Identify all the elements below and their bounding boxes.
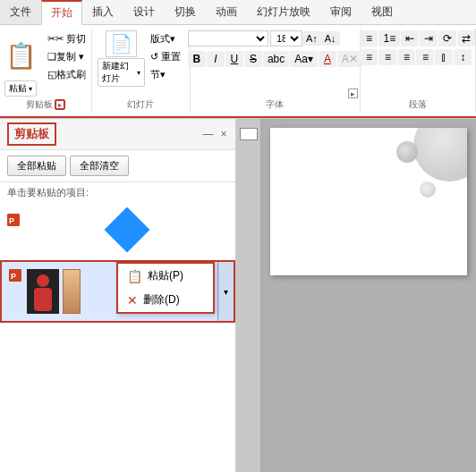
align-center-button[interactable]: ≡ — [378, 49, 396, 65]
paragraph-group-label: 段落 — [361, 97, 475, 111]
paste-context-icon: 📋 — [127, 269, 142, 283]
person-image — [27, 269, 59, 314]
font-color-aa-button[interactable]: Aa▾ — [290, 51, 318, 67]
font-dialog-launcher[interactable]: ▸ — [348, 88, 358, 98]
context-menu: 📋 粘贴(P) ✕ 删除(D) — [116, 262, 215, 314]
paste-dropdown-btn[interactable]: 粘贴 ▾ — [4, 80, 37, 97]
font-family-select[interactable] — [188, 30, 268, 46]
format-painter-button[interactable]: ◱ 格式刷 — [44, 66, 89, 82]
clipboard-group-label: 剪贴板 ▸ — [0, 97, 91, 111]
columns-button[interactable]: ⫿ — [435, 49, 453, 65]
svg-text:P: P — [11, 272, 16, 281]
new-slide-icon-btn[interactable]: 📄 — [106, 30, 137, 57]
tab-animation[interactable]: 动画 — [206, 0, 247, 24]
context-menu-paste[interactable]: 📋 粘贴(P) — [118, 264, 213, 288]
diamond-shape — [104, 207, 149, 253]
deco-circle-large — [413, 128, 467, 181]
slide-area — [261, 119, 476, 472]
powerpoint-icon: P — [7, 214, 21, 228]
svg-text:P: P — [9, 216, 14, 225]
item-dropdown-arrow[interactable]: ▾ — [217, 262, 234, 321]
clipboard-info-text: 单击要粘贴的项目: — [0, 182, 235, 203]
tab-home[interactable]: 开始 — [41, 0, 82, 25]
align-left-button[interactable]: ≡ — [360, 49, 378, 65]
layout-button[interactable]: 版式▾ — [147, 30, 184, 46]
panel-pin-button[interactable]: — — [200, 126, 215, 142]
clipboard-items-list: P P — [0, 203, 235, 472]
font-grow-button[interactable]: A↑ — [302, 31, 321, 46]
paste-button[interactable]: 📋 — [1, 30, 40, 80]
tab-insert[interactable]: 插入 — [82, 0, 123, 24]
context-menu-delete[interactable]: ✕ 删除(D) — [118, 288, 213, 312]
align-right-button[interactable]: ≡ — [397, 49, 415, 65]
list-item[interactable]: P — [0, 206, 235, 260]
section-button[interactable]: 节▾ — [147, 66, 184, 82]
copy-icon: ❑ — [47, 51, 56, 63]
char-spacing-button[interactable]: abc — [263, 51, 289, 67]
panel-close-button[interactable]: × — [218, 126, 228, 142]
font-group-label: 字体 ▸ — [191, 97, 359, 111]
slide-sidebar: 幻灯片 — [236, 119, 261, 472]
copy-button[interactable]: ❑ 复制 ▾ — [44, 48, 89, 64]
italic-button[interactable]: I — [207, 51, 225, 67]
paste-icon: 📋 — [5, 41, 37, 71]
text-direction-button[interactable]: ⟳ — [438, 30, 456, 46]
new-slide-dropdown-btn[interactable]: 新建幻灯片▾ — [98, 58, 146, 87]
delete-context-icon: ✕ — [127, 293, 138, 308]
clipboard-panel-title: 剪贴板 — [7, 122, 56, 146]
strikethrough-button[interactable]: S — [244, 51, 262, 67]
convert-button[interactable]: ⇄ — [457, 30, 475, 46]
reset-button[interactable]: ↺ 重置 — [147, 48, 184, 64]
underline-button[interactable]: U — [225, 51, 243, 67]
numbering-button[interactable]: 1≡ — [378, 30, 400, 46]
cut-button[interactable]: ✂ ✂ 剪切 — [44, 30, 89, 46]
tab-review[interactable]: 审阅 — [320, 0, 361, 24]
tab-view[interactable]: 视图 — [361, 0, 403, 24]
format-painter-icon: ◱ — [47, 69, 56, 80]
clipboard-dialog-launcher[interactable]: ▸ — [55, 99, 65, 110]
decrease-indent-button[interactable]: ⇤ — [401, 30, 419, 46]
clear-all-button[interactable]: 全部清空 — [70, 156, 129, 176]
svg-point-4 — [37, 274, 49, 287]
tab-file[interactable]: 文件 — [0, 0, 41, 24]
slides-group-label: 幻灯片 — [92, 97, 191, 111]
svg-rect-5 — [34, 288, 52, 311]
slide-thumbnail[interactable] — [240, 128, 258, 140]
font-shrink-button[interactable]: A↓ — [321, 31, 340, 46]
justify-button[interactable]: ≡ — [416, 49, 434, 65]
deco-circle-small1 — [396, 141, 418, 163]
clipboard-panel: 剪贴板 — × 全部粘贴 全部清空 单击要粘贴的项目: P — [0, 119, 236, 472]
slide-canvas[interactable] — [270, 128, 467, 275]
increase-indent-button[interactable]: ⇥ — [420, 30, 438, 46]
bullets-button[interactable]: ≡ — [360, 30, 378, 46]
scissors-icon: ✂ — [47, 33, 55, 45]
deco-circle-small2 — [420, 181, 436, 198]
tab-design[interactable]: 设计 — [123, 0, 165, 24]
font-color-button[interactable]: A — [319, 51, 336, 67]
bold-button[interactable]: B — [188, 51, 206, 67]
tab-transition[interactable]: 切换 — [165, 0, 206, 24]
paste-all-button[interactable]: 全部粘贴 — [7, 156, 66, 176]
font-size-select[interactable]: 18 — [270, 30, 302, 46]
clear-format-button[interactable]: A✕ — [337, 51, 362, 67]
bar-chart-preview — [63, 269, 81, 314]
powerpoint-icon-2: P — [9, 269, 23, 283]
line-spacing-button[interactable]: ↕ — [454, 49, 472, 65]
tab-slideshow[interactable]: 幻灯片放映 — [247, 0, 320, 24]
